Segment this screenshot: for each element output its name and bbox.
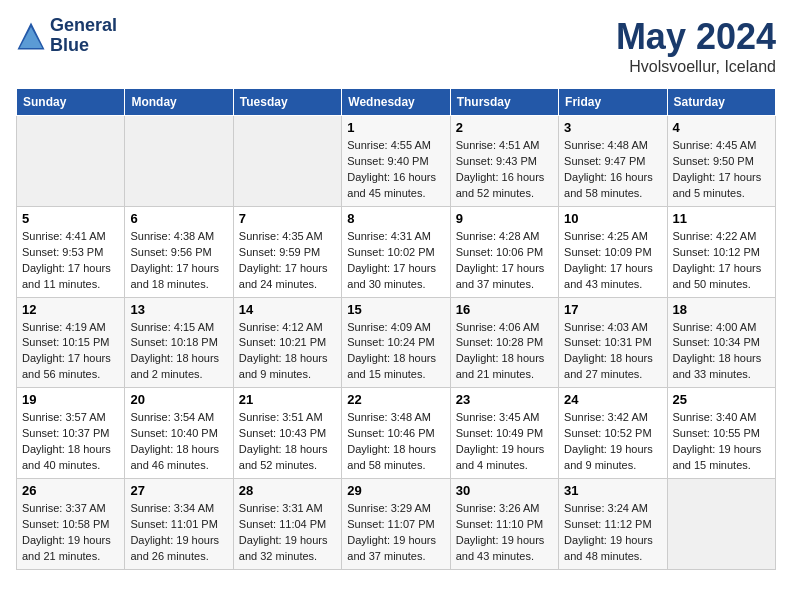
calendar-cell: 31Sunrise: 3:24 AMSunset: 11:12 PMDaylig…	[559, 479, 667, 570]
day-info: Sunrise: 3:42 AMSunset: 10:52 PMDaylight…	[564, 410, 661, 474]
day-info: Sunrise: 3:48 AMSunset: 10:46 PMDaylight…	[347, 410, 444, 474]
day-info: Sunrise: 3:40 AMSunset: 10:55 PMDaylight…	[673, 410, 770, 474]
day-number: 12	[22, 302, 119, 317]
page-header: General Blue May 2024 Hvolsvoellur, Icel…	[16, 16, 776, 76]
day-info: Sunrise: 4:15 AMSunset: 10:18 PMDaylight…	[130, 320, 227, 384]
header-day-tuesday: Tuesday	[233, 89, 341, 116]
day-info: Sunrise: 3:54 AMSunset: 10:40 PMDaylight…	[130, 410, 227, 474]
day-info: Sunrise: 3:24 AMSunset: 11:12 PMDaylight…	[564, 501, 661, 565]
location: Hvolsvoellur, Iceland	[616, 58, 776, 76]
calendar-cell: 12Sunrise: 4:19 AMSunset: 10:15 PMDaylig…	[17, 297, 125, 388]
calendar-cell: 8Sunrise: 4:31 AMSunset: 10:02 PMDayligh…	[342, 206, 450, 297]
header-day-friday: Friday	[559, 89, 667, 116]
day-info: Sunrise: 4:41 AMSunset: 9:53 PMDaylight:…	[22, 229, 119, 293]
day-number: 13	[130, 302, 227, 317]
day-number: 31	[564, 483, 661, 498]
day-info: Sunrise: 3:31 AMSunset: 11:04 PMDaylight…	[239, 501, 336, 565]
day-number: 14	[239, 302, 336, 317]
day-number: 1	[347, 120, 444, 135]
week-row-3: 12Sunrise: 4:19 AMSunset: 10:15 PMDaylig…	[17, 297, 776, 388]
day-info: Sunrise: 4:19 AMSunset: 10:15 PMDaylight…	[22, 320, 119, 384]
day-number: 11	[673, 211, 770, 226]
day-number: 23	[456, 392, 553, 407]
calendar-cell: 29Sunrise: 3:29 AMSunset: 11:07 PMDaylig…	[342, 479, 450, 570]
logo-icon	[16, 21, 46, 51]
calendar-cell: 25Sunrise: 3:40 AMSunset: 10:55 PMDaylig…	[667, 388, 775, 479]
calendar-cell	[233, 116, 341, 207]
day-number: 30	[456, 483, 553, 498]
calendar-cell: 21Sunrise: 3:51 AMSunset: 10:43 PMDaylig…	[233, 388, 341, 479]
day-number: 27	[130, 483, 227, 498]
calendar-header: SundayMondayTuesdayWednesdayThursdayFrid…	[17, 89, 776, 116]
calendar-cell: 11Sunrise: 4:22 AMSunset: 10:12 PMDaylig…	[667, 206, 775, 297]
calendar-cell: 3Sunrise: 4:48 AMSunset: 9:47 PMDaylight…	[559, 116, 667, 207]
week-row-4: 19Sunrise: 3:57 AMSunset: 10:37 PMDaylig…	[17, 388, 776, 479]
day-info: Sunrise: 4:22 AMSunset: 10:12 PMDaylight…	[673, 229, 770, 293]
day-number: 8	[347, 211, 444, 226]
day-info: Sunrise: 4:35 AMSunset: 9:59 PMDaylight:…	[239, 229, 336, 293]
day-number: 22	[347, 392, 444, 407]
day-number: 19	[22, 392, 119, 407]
day-number: 21	[239, 392, 336, 407]
day-info: Sunrise: 3:57 AMSunset: 10:37 PMDaylight…	[22, 410, 119, 474]
day-info: Sunrise: 4:45 AMSunset: 9:50 PMDaylight:…	[673, 138, 770, 202]
calendar-cell	[17, 116, 125, 207]
calendar-cell: 10Sunrise: 4:25 AMSunset: 10:09 PMDaylig…	[559, 206, 667, 297]
calendar-cell: 28Sunrise: 3:31 AMSunset: 11:04 PMDaylig…	[233, 479, 341, 570]
calendar-cell	[125, 116, 233, 207]
day-number: 28	[239, 483, 336, 498]
calendar-cell: 7Sunrise: 4:35 AMSunset: 9:59 PMDaylight…	[233, 206, 341, 297]
day-number: 25	[673, 392, 770, 407]
calendar-cell: 1Sunrise: 4:55 AMSunset: 9:40 PMDaylight…	[342, 116, 450, 207]
day-info: Sunrise: 4:12 AMSunset: 10:21 PMDaylight…	[239, 320, 336, 384]
day-info: Sunrise: 3:26 AMSunset: 11:10 PMDaylight…	[456, 501, 553, 565]
day-info: Sunrise: 3:51 AMSunset: 10:43 PMDaylight…	[239, 410, 336, 474]
day-info: Sunrise: 4:55 AMSunset: 9:40 PMDaylight:…	[347, 138, 444, 202]
day-number: 9	[456, 211, 553, 226]
day-number: 18	[673, 302, 770, 317]
day-info: Sunrise: 3:29 AMSunset: 11:07 PMDaylight…	[347, 501, 444, 565]
week-row-1: 1Sunrise: 4:55 AMSunset: 9:40 PMDaylight…	[17, 116, 776, 207]
calendar-cell: 23Sunrise: 3:45 AMSunset: 10:49 PMDaylig…	[450, 388, 558, 479]
day-info: Sunrise: 4:06 AMSunset: 10:28 PMDaylight…	[456, 320, 553, 384]
calendar-cell: 6Sunrise: 4:38 AMSunset: 9:56 PMDaylight…	[125, 206, 233, 297]
day-number: 16	[456, 302, 553, 317]
day-info: Sunrise: 3:34 AMSunset: 11:01 PMDaylight…	[130, 501, 227, 565]
header-day-sunday: Sunday	[17, 89, 125, 116]
calendar-cell: 9Sunrise: 4:28 AMSunset: 10:06 PMDayligh…	[450, 206, 558, 297]
logo: General Blue	[16, 16, 117, 56]
day-info: Sunrise: 3:45 AMSunset: 10:49 PMDaylight…	[456, 410, 553, 474]
calendar-cell: 19Sunrise: 3:57 AMSunset: 10:37 PMDaylig…	[17, 388, 125, 479]
day-number: 5	[22, 211, 119, 226]
calendar-cell: 24Sunrise: 3:42 AMSunset: 10:52 PMDaylig…	[559, 388, 667, 479]
day-number: 17	[564, 302, 661, 317]
day-number: 10	[564, 211, 661, 226]
calendar-cell: 15Sunrise: 4:09 AMSunset: 10:24 PMDaylig…	[342, 297, 450, 388]
calendar-cell: 18Sunrise: 4:00 AMSunset: 10:34 PMDaylig…	[667, 297, 775, 388]
day-info: Sunrise: 4:25 AMSunset: 10:09 PMDaylight…	[564, 229, 661, 293]
calendar-cell: 20Sunrise: 3:54 AMSunset: 10:40 PMDaylig…	[125, 388, 233, 479]
calendar-table: SundayMondayTuesdayWednesdayThursdayFrid…	[16, 88, 776, 570]
day-number: 15	[347, 302, 444, 317]
day-info: Sunrise: 4:48 AMSunset: 9:47 PMDaylight:…	[564, 138, 661, 202]
calendar-cell: 17Sunrise: 4:03 AMSunset: 10:31 PMDaylig…	[559, 297, 667, 388]
title-block: May 2024 Hvolsvoellur, Iceland	[616, 16, 776, 76]
day-number: 7	[239, 211, 336, 226]
calendar-cell	[667, 479, 775, 570]
day-number: 24	[564, 392, 661, 407]
calendar-cell: 14Sunrise: 4:12 AMSunset: 10:21 PMDaylig…	[233, 297, 341, 388]
logo-text: General Blue	[50, 16, 117, 56]
day-info: Sunrise: 3:37 AMSunset: 10:58 PMDaylight…	[22, 501, 119, 565]
calendar-cell: 4Sunrise: 4:45 AMSunset: 9:50 PMDaylight…	[667, 116, 775, 207]
day-info: Sunrise: 4:09 AMSunset: 10:24 PMDaylight…	[347, 320, 444, 384]
day-number: 2	[456, 120, 553, 135]
day-number: 4	[673, 120, 770, 135]
month-title: May 2024	[616, 16, 776, 58]
day-info: Sunrise: 4:03 AMSunset: 10:31 PMDaylight…	[564, 320, 661, 384]
day-number: 3	[564, 120, 661, 135]
day-info: Sunrise: 4:00 AMSunset: 10:34 PMDaylight…	[673, 320, 770, 384]
calendar-cell: 30Sunrise: 3:26 AMSunset: 11:10 PMDaylig…	[450, 479, 558, 570]
calendar-cell: 13Sunrise: 4:15 AMSunset: 10:18 PMDaylig…	[125, 297, 233, 388]
day-info: Sunrise: 4:51 AMSunset: 9:43 PMDaylight:…	[456, 138, 553, 202]
week-row-2: 5Sunrise: 4:41 AMSunset: 9:53 PMDaylight…	[17, 206, 776, 297]
